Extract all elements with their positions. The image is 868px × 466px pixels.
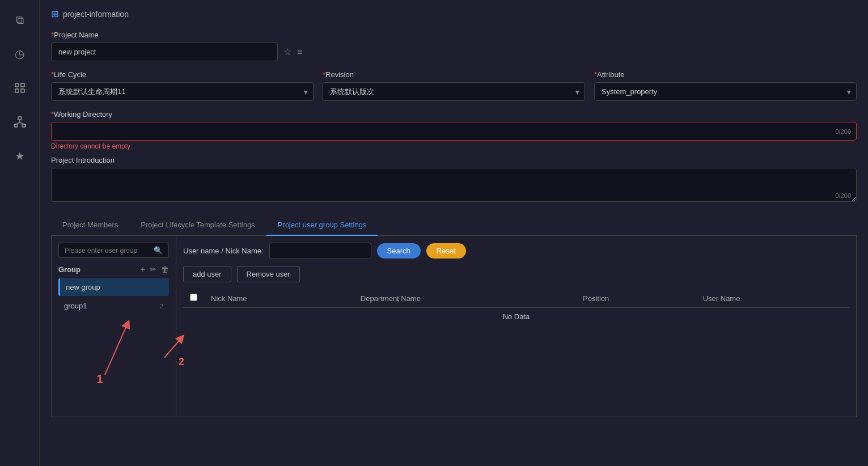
working-dir-label: *Working Directory — [51, 110, 857, 118]
revision-select[interactable]: 系统默认版次 — [323, 82, 585, 101]
user-search-row: User name / Nick Name: Search Reset — [183, 243, 849, 259]
group-header-actions: + ✏ 🗑 — [141, 265, 169, 274]
group-item-name: new group — [66, 283, 100, 291]
intro-section: Project Introduction 0/200 — [51, 156, 857, 204]
star-favorite-icon[interactable]: ☆ — [283, 46, 291, 57]
attribute-label: *Attribute — [594, 70, 857, 79]
working-dir-error: Directory cannot be empty — [51, 142, 857, 150]
intro-textarea-wrap: 0/200 — [51, 168, 857, 204]
svg-rect-4 — [18, 117, 22, 120]
user-name-header: User Name — [696, 289, 849, 308]
attribute-group: *Attribute System_property — [594, 70, 857, 101]
add-user-button[interactable]: add user — [183, 266, 231, 282]
star-icon[interactable]: ★ — [9, 145, 31, 167]
lifecycle-select-wrapper: 系统默认生命周期11 — [51, 82, 314, 101]
tab-content: 🔍 Group + ✏ 🗑 new group group1 — [51, 236, 857, 417]
user-panel: User name / Nick Name: Search Reset add … — [176, 236, 856, 417]
layers-icon[interactable]: ⧉ — [9, 9, 31, 31]
group-header: Group + ✏ 🗑 — [58, 265, 169, 274]
group-search-input[interactable] — [65, 247, 150, 255]
svg-rect-3 — [21, 89, 24, 92]
list-item[interactable]: group1 2 — [58, 297, 169, 315]
remove-user-button[interactable]: Remove user — [237, 266, 300, 282]
svg-rect-1 — [21, 83, 24, 87]
main-content: ⊞ project-information *Project Name ☆ ≡ … — [40, 0, 868, 466]
lifecycle-select[interactable]: 系统默认生命周期11 — [51, 82, 314, 101]
svg-rect-6 — [22, 124, 26, 127]
svg-rect-0 — [15, 83, 19, 87]
menu-icon[interactable]: ≡ — [297, 47, 302, 57]
working-dir-char-count: 0/200 — [835, 128, 851, 135]
search-icon: 🔍 — [154, 246, 163, 255]
svg-rect-2 — [15, 89, 19, 92]
tab-lifecycle-template[interactable]: Project Lifecycle Template Settings — [129, 215, 266, 236]
department-name-header: Department Name — [354, 289, 576, 308]
add-group-button[interactable]: + — [141, 265, 145, 274]
page-title: project-information — [63, 10, 129, 19]
user-search-label: User name / Nick Name: — [183, 247, 264, 255]
page-header: ⊞ project-information — [51, 9, 857, 19]
list-item[interactable]: new group — [58, 278, 169, 296]
tab-content-wrapper: 🔍 Group + ✏ 🗑 new group group1 — [51, 236, 857, 417]
sidebar: ⧉ ◷ ★ — [0, 0, 40, 466]
dropdowns-row: *Life Cycle 系统默认生命周期11 *Revision 系统默认版次 … — [51, 70, 857, 101]
attribute-select-wrapper: System_property — [594, 82, 857, 101]
revision-select-wrapper: 系统默认版次 — [323, 82, 585, 101]
action-row: add user Remove user — [183, 266, 849, 282]
network-icon[interactable] — [9, 111, 31, 133]
svg-rect-5 — [14, 124, 18, 127]
working-dir-input-wrap: 0/200 — [51, 122, 857, 141]
project-name-row: ☆ ≡ — [51, 43, 857, 61]
intro-char-count: 0/200 — [835, 192, 851, 199]
working-dir-input[interactable] — [51, 122, 857, 141]
group-list: new group group1 2 — [58, 278, 169, 315]
clock-icon[interactable]: ◷ — [9, 43, 31, 65]
group-label: Group — [58, 265, 81, 274]
search-button[interactable]: Search — [377, 243, 421, 259]
check-all-column — [183, 289, 204, 308]
grid-icon: ⊞ — [51, 9, 58, 19]
project-name-input[interactable] — [51, 43, 278, 61]
nick-name-header: Nick Name — [204, 289, 354, 308]
group-panel: 🔍 Group + ✏ 🗑 new group group1 — [52, 236, 176, 417]
position-header: Position — [576, 289, 696, 308]
tabs: Project Members Project Lifecycle Templa… — [51, 215, 857, 236]
attribute-select[interactable]: System_property — [594, 82, 857, 101]
group-search-box: 🔍 — [58, 243, 169, 258]
tab-project-members[interactable]: Project Members — [51, 215, 129, 236]
group-item-name: group1 — [64, 302, 87, 310]
lifecycle-group: *Life Cycle 系统默认生命周期11 — [51, 70, 314, 101]
share-icon[interactable] — [9, 77, 31, 99]
lifecycle-label: *Life Cycle — [51, 70, 314, 79]
intro-textarea[interactable] — [51, 168, 857, 202]
user-table: Nick Name Department Name Position User … — [183, 289, 849, 325]
tab-user-group-settings[interactable]: Project user group Settings — [266, 215, 378, 236]
revision-label: *Revision — [323, 70, 585, 79]
check-all-checkbox[interactable] — [190, 294, 197, 301]
svg-line-8 — [16, 122, 20, 124]
project-name-label: *Project Name — [51, 31, 857, 39]
working-dir-section: *Working Directory 0/200 Directory canno… — [51, 110, 857, 150]
user-search-input[interactable] — [269, 243, 371, 259]
edit-group-button[interactable]: ✏ — [150, 265, 156, 274]
svg-line-9 — [20, 122, 24, 124]
no-data-cell: No Data — [183, 308, 849, 326]
revision-group: *Revision 系统默认版次 — [323, 70, 585, 101]
delete-group-button[interactable]: 🗑 — [161, 265, 169, 274]
intro-label: Project Introduction — [51, 156, 857, 164]
reset-button[interactable]: Reset — [426, 243, 466, 259]
group-item-count: 2 — [160, 303, 163, 310]
